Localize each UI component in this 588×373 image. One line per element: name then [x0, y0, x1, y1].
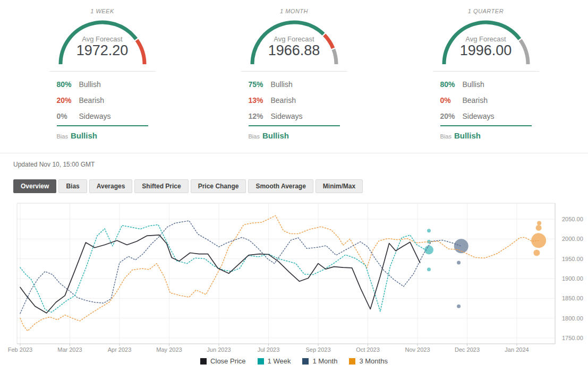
- legend-item-close-price[interactable]: Close Price: [200, 357, 245, 365]
- legend-swatch-3-months: [349, 358, 355, 365]
- stat-row-bullish: 75%Bullish: [249, 76, 340, 92]
- stat-value-bearish: 20%: [57, 96, 79, 105]
- tab-price-change[interactable]: Price Change: [191, 179, 246, 193]
- bias-row: BiasBullish: [249, 131, 340, 140]
- avg-forecast-value: 1972.20: [52, 42, 153, 59]
- stat-label-bearish: Bearish: [463, 96, 488, 105]
- bias-value: Bullish: [262, 131, 289, 140]
- chart-legend: Close Price1 Week1 Month3 Months: [0, 357, 588, 365]
- forecast-bubble-3-months: [536, 225, 542, 231]
- forecast-poll-widget: 1 WEEKAvg Forecast1972.2080%Bullish20%Be…: [0, 0, 588, 373]
- stat-label-sideways: Sideways: [463, 112, 495, 120]
- stat-value-sideways: 12%: [249, 112, 271, 120]
- avg-forecast-label: Avg Forecast: [244, 35, 345, 43]
- gauge-1-quarter: Avg Forecast1996.00: [436, 18, 536, 65]
- tab-minim-max[interactable]: Minim/Max: [316, 179, 363, 193]
- panel-stats: 80%Bullish0%Bearish20%SidewaysBiasBullis…: [440, 76, 532, 140]
- stat-row-bullish: 80%Bullish: [57, 76, 148, 92]
- legend-item-1-month[interactable]: 1 Month: [302, 357, 337, 365]
- y-axis-label: 1950.00: [562, 256, 583, 262]
- stat-row-sideways: 12%Sideways: [249, 108, 340, 124]
- stat-label-bullish: Bullish: [463, 80, 484, 89]
- stat-row-bearish: 20%Bearish: [57, 92, 148, 108]
- x-axis-label: Jul 2023: [258, 346, 280, 353]
- gauge-1-week: Avg Forecast1972.20: [52, 18, 153, 65]
- legend-swatch-close-price: [200, 358, 207, 365]
- bias-row: BiasBullish: [440, 131, 532, 140]
- bias-label: Bias: [440, 133, 451, 140]
- legend-swatch-1-week: [258, 358, 264, 365]
- stat-value-sideways: 20%: [440, 112, 463, 120]
- tab-bias[interactable]: Bias: [58, 179, 87, 193]
- series-close-price: [20, 235, 420, 313]
- stat-label-bullish: Bullish: [79, 80, 101, 89]
- series-1-month: [20, 221, 461, 314]
- updated-timestamp: Updated Nov 10, 15:00 GMT: [13, 161, 95, 168]
- forecast-bubble-1-week: [427, 229, 431, 232]
- bias-rule: [249, 125, 340, 126]
- series-3-months: [20, 215, 539, 331]
- tab-averages[interactable]: Averages: [89, 179, 133, 193]
- y-axis-label: 1750.00: [562, 335, 583, 341]
- stat-value-bullish: 80%: [57, 80, 79, 89]
- stat-value-bullish: 75%: [249, 80, 271, 89]
- legend-item-1-week[interactable]: 1 Week: [258, 357, 291, 365]
- stat-label-bearish: Bearish: [79, 96, 104, 105]
- avg-forecast-value: 1996.00: [436, 42, 536, 59]
- x-axis-label: Dec 2023: [455, 346, 480, 353]
- avg-forecast-label: Avg Forecast: [436, 35, 536, 43]
- x-axis-label: Oct 2023: [356, 346, 380, 353]
- section-divider: [0, 153, 588, 153]
- avg-forecast-value: 1966.88: [244, 42, 345, 59]
- y-axis-label: 2050.00: [562, 216, 583, 222]
- panel-title: 1 WEEK: [6, 8, 198, 14]
- panel-title: 1 MONTH: [198, 8, 390, 14]
- avg-forecast-label: Avg Forecast: [52, 35, 153, 43]
- stat-row-sideways: 20%Sideways: [440, 108, 532, 124]
- panel-title: 1 QUARTER: [390, 8, 582, 14]
- gauge-1-month: Avg Forecast1966.88: [244, 18, 345, 65]
- forecast-panel-1-quarter: 1 QUARTERAvg Forecast1996.0080%Bullish0%…: [390, 4, 582, 140]
- x-axis-label: Jan 2024: [505, 346, 529, 353]
- stat-row-sideways: 0%Sideways: [57, 108, 148, 124]
- panel-divider: [433, 71, 539, 72]
- legend-label: 1 Month: [312, 357, 337, 365]
- stat-value-bearish: 13%: [249, 96, 271, 105]
- x-axis-label: Apr 2023: [108, 346, 132, 353]
- tab-overview[interactable]: Overview: [13, 179, 56, 193]
- stat-row-bearish: 13%Bearish: [249, 92, 340, 108]
- bias-rule: [57, 125, 148, 126]
- stat-value-bullish: 80%: [440, 80, 463, 89]
- forecast-bubble-1-week: [427, 267, 431, 271]
- forecast-panel-1-week: 1 WEEKAvg Forecast1972.2080%Bullish20%Be…: [6, 4, 198, 140]
- panel-divider: [241, 71, 347, 72]
- x-axis-label: Jun 2023: [207, 346, 231, 353]
- legend-item-3-months[interactable]: 3 Months: [349, 357, 387, 365]
- stat-label-bullish: Bullish: [271, 80, 293, 89]
- forecast-panel-1-month: 1 MONTHAvg Forecast1966.8875%Bullish13%B…: [198, 4, 390, 140]
- forecast-bubble-1-month: [457, 305, 461, 308]
- legend-label: 1 Week: [268, 357, 291, 365]
- bias-row: BiasBullish: [57, 131, 148, 140]
- panel-stats: 75%Bullish13%Bearish12%SidewaysBiasBulli…: [249, 76, 340, 140]
- forecast-bubble-1-month: [457, 261, 461, 265]
- bias-label: Bias: [57, 133, 68, 140]
- stat-row-bearish: 0%Bearish: [440, 92, 532, 108]
- legend-label: 3 Months: [359, 357, 387, 365]
- tab-shifted-price[interactable]: Shifted Price: [134, 179, 188, 193]
- forecast-bubble-3-months: [537, 221, 541, 225]
- bias-rule: [440, 125, 532, 126]
- stat-label-bearish: Bearish: [271, 96, 296, 105]
- legend-swatch-1-month: [302, 358, 309, 365]
- y-axis-label: 1850.00: [562, 295, 583, 301]
- panel-stats: 80%Bullish20%Bearish0%SidewaysBiasBullis…: [57, 76, 148, 140]
- x-axis-label: Mar 2023: [57, 346, 82, 353]
- x-axis-label: Feb 2023: [8, 346, 32, 353]
- panel-divider: [49, 71, 156, 72]
- y-axis-label: 2000.00: [562, 236, 583, 242]
- bias-value: Bullish: [71, 131, 97, 140]
- stat-value-sideways: 0%: [57, 112, 79, 120]
- tab-smooth-average[interactable]: Smooth Average: [248, 179, 313, 193]
- x-axis-label: Nov 2023: [405, 346, 430, 353]
- forecast-panels-row: 1 WEEKAvg Forecast1972.2080%Bullish20%Be…: [0, 4, 588, 140]
